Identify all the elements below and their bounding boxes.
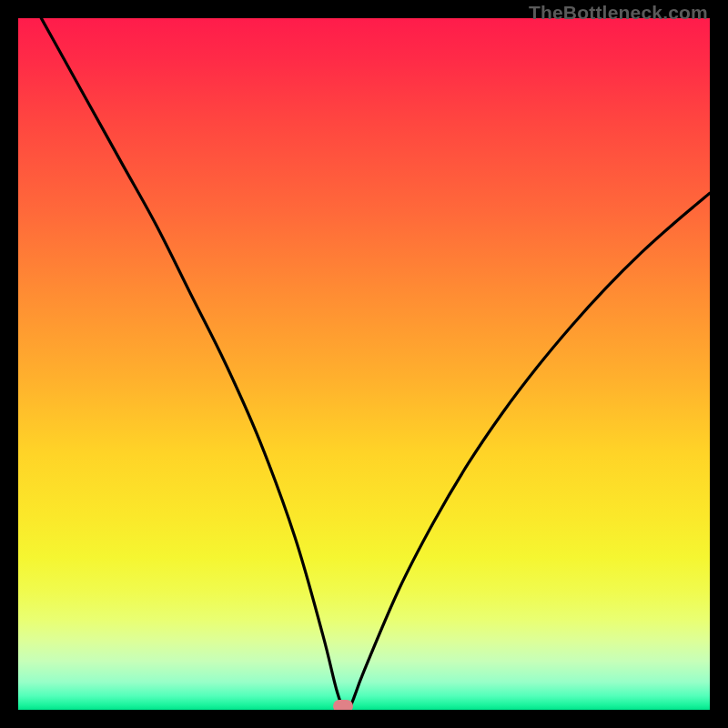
optimal-marker [333, 700, 353, 710]
plot-area [18, 18, 710, 710]
bottleneck-curve [18, 18, 710, 710]
chart-frame: TheBottleneck.com [0, 0, 728, 728]
watermark-text: TheBottleneck.com [529, 2, 708, 24]
curve-svg [18, 18, 710, 710]
